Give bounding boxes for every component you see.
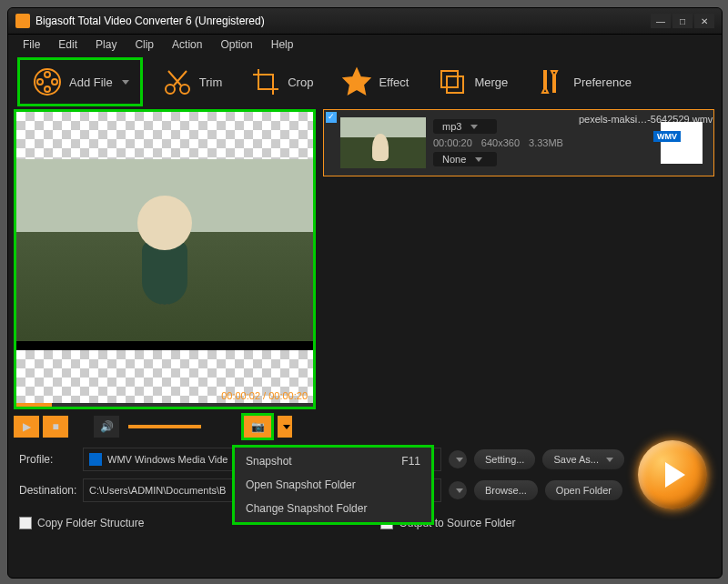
stop-button[interactable]: ■: [43, 416, 68, 438]
menubar: File Edit Play Clip Action Option Help: [8, 35, 722, 55]
crop-label: Crop: [288, 76, 313, 89]
window-title: Bigasoft Total Video Converter 6 (Unregi…: [35, 15, 651, 27]
progress-bar[interactable]: [16, 403, 313, 407]
svg-point-1: [45, 72, 50, 77]
volume-slider[interactable]: [128, 425, 201, 428]
timecode: 00:00:02 / 00:00:20: [221, 390, 308, 401]
wmv-icon: [89, 453, 102, 466]
menu-file[interactable]: File: [15, 36, 47, 53]
maximize-button[interactable]: □: [672, 14, 693, 28]
profile-dropdown[interactable]: [449, 450, 467, 468]
copy-folder-label: Copy Folder Structure: [37, 517, 144, 529]
format-badge: WMV: [653, 131, 681, 142]
crop-button[interactable]: Crop: [240, 62, 322, 102]
svg-point-5: [166, 85, 175, 94]
profile-label: Profile:: [19, 453, 76, 466]
crop-icon: [249, 65, 282, 98]
titlebar: Bigasoft Total Video Converter 6 (Unregi…: [8, 8, 722, 35]
toolbar: Add File Trim Crop Effect Merge Preferen…: [8, 55, 722, 109]
convert-button[interactable]: [638, 440, 707, 509]
preview-image: [16, 159, 313, 341]
app-icon: [15, 14, 30, 28]
file-size: 3.33MB: [529, 137, 563, 148]
checker-bg: 00:00:02 / 00:00:20: [16, 350, 313, 407]
change-snapshot-folder-menuitem[interactable]: Change Snapshot Folder: [237, 497, 430, 520]
file-list: ✓ mp3 00:00:20 640x360 3.33MB None pexel…: [323, 109, 714, 409]
format-icon: WMV: [661, 122, 703, 164]
effect-label: Effect: [379, 76, 409, 89]
menu-option[interactable]: Option: [213, 36, 259, 53]
menu-edit[interactable]: Edit: [51, 36, 85, 53]
merge-label: Merge: [474, 76, 508, 89]
svg-point-6: [180, 85, 189, 94]
open-snapshot-folder-menuitem[interactable]: Open Snapshot Folder: [237, 473, 430, 497]
svg-point-4: [37, 79, 43, 85]
add-file-button[interactable]: Add File: [22, 62, 138, 102]
svg-point-2: [52, 79, 57, 85]
add-file-highlight: Add File: [17, 57, 143, 106]
reel-icon: [31, 65, 64, 98]
svg-point-3: [45, 86, 50, 92]
star-icon: [340, 65, 373, 98]
close-button[interactable]: ✕: [694, 14, 714, 28]
minimize-button[interactable]: —: [651, 14, 671, 28]
checkbox-checked-icon[interactable]: ✓: [326, 112, 337, 123]
svg-point-0: [35, 69, 60, 95]
open-folder-button[interactable]: Open Folder: [545, 480, 622, 500]
snapshot-button[interactable]: 📷: [241, 413, 274, 440]
chevron-down-icon: [122, 80, 129, 85]
snapshot-menu: SnapshotF11 Open Snapshot Folder Change …: [232, 445, 434, 525]
merge-button[interactable]: Merge: [427, 62, 517, 102]
setting-button[interactable]: Setting...: [474, 449, 535, 469]
preference-button[interactable]: Preference: [526, 62, 641, 102]
svg-rect-8: [447, 76, 463, 93]
effect-button[interactable]: Effect: [331, 62, 418, 102]
volume-button[interactable]: 🔊: [94, 416, 119, 438]
snapshot-menuitem[interactable]: SnapshotF11: [237, 449, 430, 473]
copy-folder-checkbox[interactable]: [19, 517, 32, 529]
merge-icon: [436, 65, 469, 98]
browse-button[interactable]: Browse...: [474, 480, 538, 500]
checker-bg: [16, 112, 313, 159]
scissors-icon: [161, 65, 194, 98]
tools-icon: [535, 65, 568, 98]
file-thumbnail: [340, 117, 426, 168]
menu-clip[interactable]: Clip: [127, 36, 161, 53]
play-button[interactable]: ▶: [14, 416, 39, 438]
destination-dropdown[interactable]: [449, 481, 467, 499]
menu-action[interactable]: Action: [165, 36, 209, 53]
playback-controls: ▶ ■ 🔊 📷: [14, 413, 722, 440]
trim-button[interactable]: Trim: [152, 62, 232, 102]
subtitle-select[interactable]: None: [433, 152, 497, 166]
preview-pane: 00:00:02 / 00:00:20: [14, 109, 316, 409]
file-duration: 00:00:20: [433, 137, 472, 148]
menu-play[interactable]: Play: [88, 36, 124, 53]
trim-label: Trim: [199, 76, 223, 89]
snapshot-dropdown[interactable]: [278, 416, 292, 438]
preference-label: Preference: [573, 76, 632, 89]
file-resolution: 640x360: [481, 137, 520, 148]
add-file-label: Add File: [69, 76, 113, 89]
svg-rect-7: [441, 71, 458, 87]
format-select[interactable]: mp3: [433, 119, 497, 134]
menu-help[interactable]: Help: [264, 36, 301, 53]
destination-label: Destination:: [19, 484, 76, 497]
app-window: Bigasoft Total Video Converter 6 (Unregi…: [7, 7, 723, 579]
save-as-button[interactable]: Save As...: [542, 449, 624, 469]
file-item[interactable]: ✓ mp3 00:00:20 640x360 3.33MB None pexel…: [323, 109, 714, 176]
